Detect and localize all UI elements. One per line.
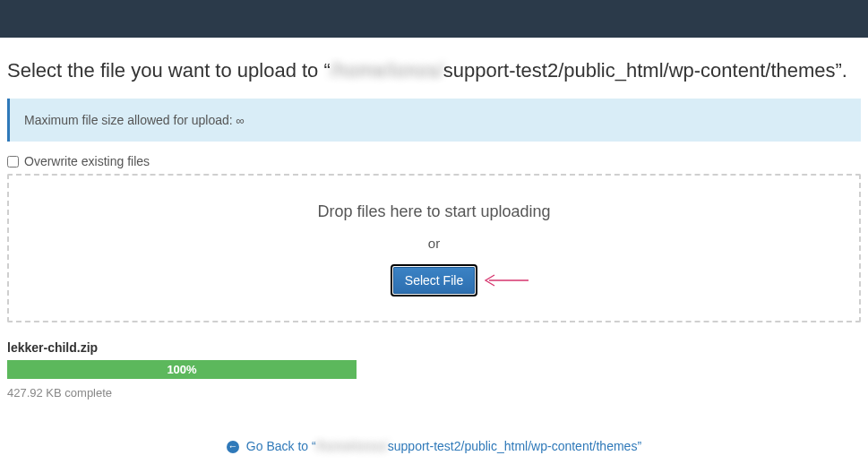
main-content: Select the file you want to upload to “/… — [0, 38, 868, 462]
max-filesize-callout: Maximum file size allowed for upload: ∞ — [7, 99, 861, 142]
go-back-row: Go Back to “/home/ionos/support-test2/pu… — [7, 439, 861, 453]
upload-progress-bar: 100% — [7, 360, 357, 379]
page-title-path: support-test2/public_html/wp-content/the… — [443, 59, 836, 82]
go-back-suffix: ” — [637, 439, 641, 453]
overwrite-checkbox[interactable] — [7, 156, 19, 168]
select-file-button[interactable]: Select File — [393, 267, 475, 294]
overwrite-row[interactable]: Overwrite existing files — [7, 154, 861, 168]
upload-complete-text: 427.92 KB complete — [7, 386, 861, 400]
upload-file-name: lekker-child.zip — [7, 340, 861, 355]
overwrite-checkbox-label: Overwrite existing files — [24, 154, 150, 168]
page-title-blurred-path: /home/ionos/ — [331, 59, 443, 82]
dropzone-or: or — [18, 236, 850, 251]
select-file-wrap: Select File — [393, 267, 475, 294]
upload-file-entry: lekker-child.zip 100% 427.92 KB complete — [7, 340, 861, 400]
back-arrow-icon — [227, 441, 239, 453]
go-back-link[interactable]: Go Back to “/home/ionos/support-test2/pu… — [227, 439, 641, 453]
max-filesize-label: Maximum file size allowed for upload: — [24, 113, 236, 127]
dropzone-message: Drop files here to start uploading — [18, 202, 850, 221]
arrow-annotation-icon — [480, 273, 529, 288]
page-title-suffix: ”. — [836, 59, 847, 82]
top-bar — [0, 0, 868, 38]
max-filesize-value: ∞ — [236, 114, 245, 127]
upload-progress-text: 100% — [7, 360, 357, 379]
page-title: Select the file you want to upload to “/… — [7, 59, 861, 82]
page-title-prefix: Select the file you want to upload to “ — [7, 59, 331, 82]
dropzone[interactable]: Drop files here to start uploading or Se… — [7, 174, 861, 322]
go-back-prefix: Go Back to “ — [246, 439, 316, 453]
go-back-path: support-test2/public_html/wp-content/the… — [388, 439, 638, 453]
go-back-blurred-path: /home/ionos/ — [316, 439, 388, 453]
